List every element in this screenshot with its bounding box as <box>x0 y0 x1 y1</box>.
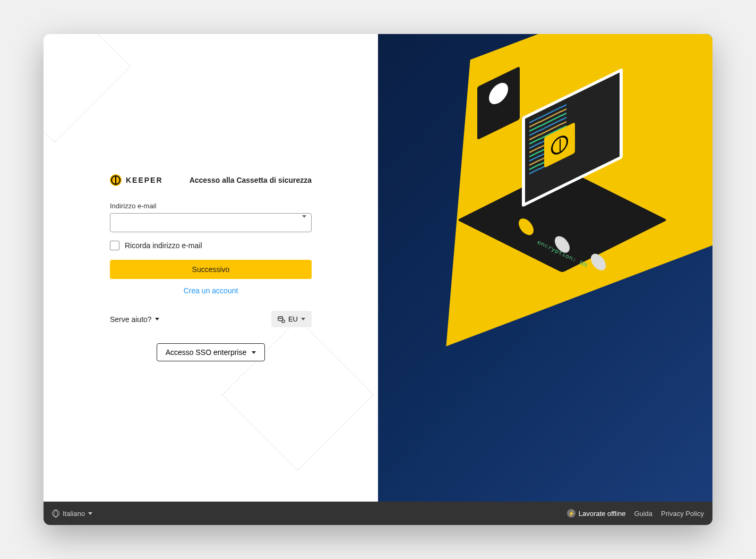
create-account-link[interactable]: Crea un account <box>110 286 312 295</box>
footer-bar: Italiano ⚡ Lavorate offline Guida Privac… <box>44 502 712 525</box>
globe-lock-icon <box>489 79 508 108</box>
remember-checkbox[interactable] <box>110 241 119 250</box>
help-footer-label: Guida <box>634 510 652 518</box>
chevron-down-icon <box>252 351 256 354</box>
next-button[interactable]: Successivo <box>110 260 312 279</box>
help-link[interactable]: Guida <box>634 510 652 518</box>
app-window: KEEPER Accesso alla Cassetta di sicurezz… <box>44 34 712 525</box>
help-dropdown[interactable]: Serve aiuto? <box>110 315 159 324</box>
shield-icon <box>591 251 606 273</box>
remember-row: Ricorda indirizzo e-mail <box>110 241 312 250</box>
email-input-wrap <box>110 213 312 232</box>
language-selector[interactable]: Italiano <box>52 510 92 518</box>
globe-panel <box>477 66 520 140</box>
privacy-policy-link[interactable]: Privacy Policy <box>661 510 704 518</box>
isometric-illustration: encryption: ON <box>472 61 652 294</box>
email-field[interactable] <box>110 213 312 232</box>
email-label: Indirizzo e-mail <box>110 202 312 210</box>
keeper-logo-icon <box>110 174 122 186</box>
login-panel: KEEPER Accesso alla Cassetta di sicurezz… <box>44 34 378 502</box>
page-title: Accesso alla Cassetta di sicurezza <box>190 176 312 184</box>
region-selector[interactable]: EU <box>271 311 312 327</box>
chevron-down-icon <box>301 318 305 320</box>
brand-name: KEEPER <box>126 176 163 184</box>
sso-row: Accesso SSO enterprise <box>110 343 312 361</box>
hero-illustration-panel: encryption: ON <box>378 34 712 502</box>
remember-label: Ricorda indirizzo e-mail <box>125 241 202 250</box>
brand-logo: KEEPER <box>110 174 163 186</box>
login-form: KEEPER Accesso alla Cassetta di sicurezz… <box>110 174 312 361</box>
work-offline-button[interactable]: ⚡ Lavorate offline <box>567 509 626 518</box>
help-region-row: Serve aiuto? EU <box>110 311 312 327</box>
offline-label: Lavorate offline <box>579 510 626 518</box>
privacy-label: Privacy Policy <box>661 510 704 518</box>
login-header: KEEPER Accesso alla Cassetta di sicurezz… <box>110 174 312 186</box>
sso-label: Accesso SSO enterprise <box>166 348 247 357</box>
chevron-down-icon <box>88 512 92 515</box>
region-label: EU <box>288 315 298 323</box>
footer-left: Italiano <box>52 510 92 518</box>
main-content: KEEPER Accesso alla Cassetta di sicurezz… <box>44 34 712 502</box>
footer-right: ⚡ Lavorate offline Guida Privacy Policy <box>567 509 704 518</box>
enterprise-sso-button[interactable]: Accesso SSO enterprise <box>157 343 265 361</box>
chevron-down-icon <box>155 318 159 320</box>
language-label: Italiano <box>63 510 85 518</box>
keeper-logo-icon <box>551 132 568 158</box>
bolt-icon: ⚡ <box>567 509 575 518</box>
help-label: Serve aiuto? <box>110 315 152 324</box>
svg-point-0 <box>278 316 283 318</box>
globe-icon <box>52 510 59 517</box>
database-globe-icon <box>278 316 285 323</box>
svg-point-1 <box>282 319 285 322</box>
